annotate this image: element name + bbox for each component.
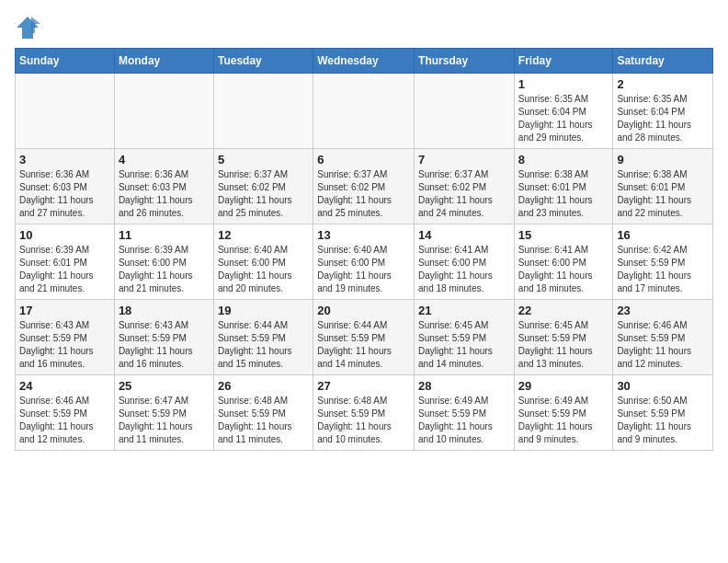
- calendar-cell: 12Sunrise: 6:40 AM Sunset: 6:00 PM Dayli…: [213, 224, 313, 300]
- calendar-cell: 13Sunrise: 6:40 AM Sunset: 6:00 PM Dayli…: [313, 224, 415, 300]
- day-info: Sunrise: 6:37 AM Sunset: 6:02 PM Dayligh…: [317, 168, 410, 220]
- day-number: 5: [218, 153, 309, 167]
- calendar-week-row: 1Sunrise: 6:35 AM Sunset: 6:04 PM Daylig…: [16, 74, 713, 149]
- weekday-header: Wednesday: [313, 49, 415, 74]
- day-number: 21: [418, 304, 510, 317]
- day-number: 9: [617, 153, 709, 167]
- day-info: Sunrise: 6:38 AM Sunset: 6:01 PM Dayligh…: [617, 168, 709, 220]
- day-info: Sunrise: 6:47 AM Sunset: 5:59 PM Dayligh…: [119, 395, 210, 446]
- day-info: Sunrise: 6:46 AM Sunset: 5:59 PM Dayligh…: [19, 395, 110, 446]
- day-number: 3: [19, 153, 110, 167]
- day-info: Sunrise: 6:44 AM Sunset: 5:59 PM Dayligh…: [218, 319, 309, 371]
- day-info: Sunrise: 6:41 AM Sunset: 6:00 PM Dayligh…: [518, 244, 609, 295]
- calendar-cell: 20Sunrise: 6:44 AM Sunset: 5:59 PM Dayli…: [313, 300, 415, 375]
- calendar-week-row: 10Sunrise: 6:39 AM Sunset: 6:01 PM Dayli…: [16, 224, 713, 300]
- day-number: 10: [19, 228, 110, 242]
- day-info: Sunrise: 6:43 AM Sunset: 5:59 PM Dayligh…: [19, 319, 110, 371]
- calendar-cell: 2Sunrise: 6:35 AM Sunset: 6:04 PM Daylig…: [613, 74, 713, 149]
- day-info: Sunrise: 6:40 AM Sunset: 6:00 PM Dayligh…: [218, 244, 309, 295]
- calendar-cell: 9Sunrise: 6:38 AM Sunset: 6:01 PM Daylig…: [613, 149, 713, 224]
- day-number: 27: [317, 379, 410, 393]
- day-number: 23: [617, 304, 709, 317]
- calendar-cell: [213, 74, 313, 149]
- day-info: Sunrise: 6:36 AM Sunset: 6:03 PM Dayligh…: [19, 168, 110, 220]
- calendar-cell: 3Sunrise: 6:36 AM Sunset: 6:03 PM Daylig…: [16, 149, 115, 224]
- day-info: Sunrise: 6:46 AM Sunset: 5:59 PM Dayligh…: [617, 319, 709, 371]
- day-info: Sunrise: 6:44 AM Sunset: 5:59 PM Dayligh…: [317, 319, 410, 371]
- day-number: 30: [617, 379, 709, 393]
- calendar-cell: 10Sunrise: 6:39 AM Sunset: 6:01 PM Dayli…: [16, 224, 115, 300]
- calendar-cell: [114, 74, 213, 149]
- calendar-cell: 30Sunrise: 6:50 AM Sunset: 5:59 PM Dayli…: [613, 375, 713, 451]
- weekday-header: Tuesday: [213, 49, 313, 74]
- day-info: Sunrise: 6:41 AM Sunset: 6:00 PM Dayligh…: [418, 244, 510, 295]
- day-number: 15: [518, 228, 609, 242]
- day-number: 2: [617, 77, 709, 91]
- day-info: Sunrise: 6:37 AM Sunset: 6:02 PM Dayligh…: [418, 168, 510, 220]
- day-info: Sunrise: 6:37 AM Sunset: 6:02 PM Dayligh…: [218, 168, 309, 220]
- calendar-cell: 26Sunrise: 6:48 AM Sunset: 5:59 PM Dayli…: [213, 375, 313, 451]
- day-number: 13: [317, 228, 410, 242]
- day-info: Sunrise: 6:45 AM Sunset: 5:59 PM Dayligh…: [418, 319, 510, 371]
- calendar-cell: 8Sunrise: 6:38 AM Sunset: 6:01 PM Daylig…: [514, 149, 613, 224]
- day-info: Sunrise: 6:49 AM Sunset: 5:59 PM Dayligh…: [418, 395, 510, 446]
- day-number: 19: [218, 304, 309, 317]
- day-number: 17: [19, 304, 110, 317]
- calendar-cell: 4Sunrise: 6:36 AM Sunset: 6:03 PM Daylig…: [114, 149, 213, 224]
- day-info: Sunrise: 6:42 AM Sunset: 5:59 PM Dayligh…: [617, 244, 709, 295]
- calendar-week-row: 24Sunrise: 6:46 AM Sunset: 5:59 PM Dayli…: [16, 375, 713, 451]
- day-info: Sunrise: 6:38 AM Sunset: 6:01 PM Dayligh…: [518, 168, 609, 220]
- weekday-header: Thursday: [415, 49, 515, 74]
- day-number: 24: [19, 379, 110, 393]
- day-info: Sunrise: 6:43 AM Sunset: 5:59 PM Dayligh…: [119, 319, 210, 371]
- calendar-cell: 7Sunrise: 6:37 AM Sunset: 6:02 PM Daylig…: [415, 149, 515, 224]
- day-info: Sunrise: 6:48 AM Sunset: 5:59 PM Dayligh…: [218, 395, 309, 446]
- calendar-cell: 17Sunrise: 6:43 AM Sunset: 5:59 PM Dayli…: [16, 300, 115, 375]
- day-number: 7: [418, 153, 510, 167]
- calendar-cell: 29Sunrise: 6:49 AM Sunset: 5:59 PM Dayli…: [514, 375, 613, 451]
- calendar-week-row: 17Sunrise: 6:43 AM Sunset: 5:59 PM Dayli…: [16, 300, 713, 375]
- calendar-cell: 22Sunrise: 6:45 AM Sunset: 5:59 PM Dayli…: [514, 300, 613, 375]
- calendar-cell: 14Sunrise: 6:41 AM Sunset: 6:00 PM Dayli…: [415, 224, 515, 300]
- calendar-table: SundayMondayTuesdayWednesdayThursdayFrid…: [15, 48, 713, 451]
- weekday-header: Saturday: [613, 49, 713, 74]
- calendar-cell: 15Sunrise: 6:41 AM Sunset: 6:00 PM Dayli…: [514, 224, 613, 300]
- calendar-cell: [313, 74, 415, 149]
- day-number: 6: [317, 153, 410, 167]
- day-number: 1: [518, 77, 609, 91]
- day-info: Sunrise: 6:45 AM Sunset: 5:59 PM Dayligh…: [518, 319, 609, 371]
- day-info: Sunrise: 6:40 AM Sunset: 6:00 PM Dayligh…: [317, 244, 410, 295]
- logo-icon: [15, 15, 40, 40]
- day-info: Sunrise: 6:50 AM Sunset: 5:59 PM Dayligh…: [617, 395, 709, 446]
- calendar-cell: [16, 74, 115, 149]
- calendar-cell: 24Sunrise: 6:46 AM Sunset: 5:59 PM Dayli…: [16, 375, 115, 451]
- day-number: 29: [518, 379, 609, 393]
- calendar-cell: 1Sunrise: 6:35 AM Sunset: 6:04 PM Daylig…: [514, 74, 613, 149]
- day-number: 11: [119, 228, 210, 242]
- day-number: 22: [518, 304, 609, 317]
- calendar-cell: 18Sunrise: 6:43 AM Sunset: 5:59 PM Dayli…: [114, 300, 213, 375]
- calendar-cell: 27Sunrise: 6:48 AM Sunset: 5:59 PM Dayli…: [313, 375, 415, 451]
- day-info: Sunrise: 6:36 AM Sunset: 6:03 PM Dayligh…: [119, 168, 210, 220]
- page-header: [15, 15, 713, 40]
- calendar-week-row: 3Sunrise: 6:36 AM Sunset: 6:03 PM Daylig…: [16, 149, 713, 224]
- day-info: Sunrise: 6:35 AM Sunset: 6:04 PM Dayligh…: [518, 93, 609, 144]
- day-info: Sunrise: 6:39 AM Sunset: 6:01 PM Dayligh…: [19, 244, 110, 295]
- day-number: 25: [119, 379, 210, 393]
- weekday-header: Sunday: [16, 49, 115, 74]
- calendar-cell: 23Sunrise: 6:46 AM Sunset: 5:59 PM Dayli…: [613, 300, 713, 375]
- day-number: 28: [418, 379, 510, 393]
- day-info: Sunrise: 6:39 AM Sunset: 6:00 PM Dayligh…: [119, 244, 210, 295]
- weekday-header: Monday: [114, 49, 213, 74]
- day-info: Sunrise: 6:35 AM Sunset: 6:04 PM Dayligh…: [617, 93, 709, 144]
- day-number: 26: [218, 379, 309, 393]
- calendar-cell: [415, 74, 515, 149]
- day-number: 4: [119, 153, 210, 167]
- weekday-header: Friday: [514, 49, 613, 74]
- day-number: 18: [119, 304, 210, 317]
- day-number: 12: [218, 228, 309, 242]
- logo: [15, 15, 44, 40]
- calendar-cell: 21Sunrise: 6:45 AM Sunset: 5:59 PM Dayli…: [415, 300, 515, 375]
- calendar-cell: 19Sunrise: 6:44 AM Sunset: 5:59 PM Dayli…: [213, 300, 313, 375]
- calendar-cell: 6Sunrise: 6:37 AM Sunset: 6:02 PM Daylig…: [313, 149, 415, 224]
